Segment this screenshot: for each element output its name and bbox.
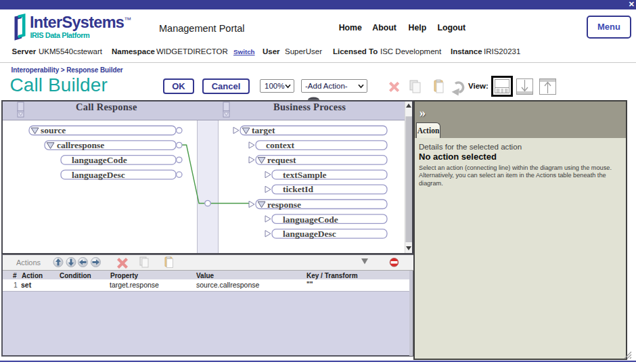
svg-text:request: request — [267, 155, 296, 165]
svg-text:textSample: textSample — [283, 170, 327, 180]
svg-text:source: source — [41, 125, 66, 135]
svg-text:ticketId: ticketId — [283, 184, 313, 194]
svg-text:languageCode: languageCode — [283, 214, 338, 225]
svg-text:response: response — [267, 200, 301, 210]
svg-text:languageCode: languageCode — [72, 155, 127, 165]
svg-text:context: context — [266, 140, 294, 150]
svg-text:callresponse: callresponse — [57, 140, 104, 150]
svg-text:target: target — [252, 125, 275, 135]
svg-text:languageDesc: languageDesc — [283, 229, 336, 239]
svg-text:languageDesc: languageDesc — [72, 170, 125, 180]
